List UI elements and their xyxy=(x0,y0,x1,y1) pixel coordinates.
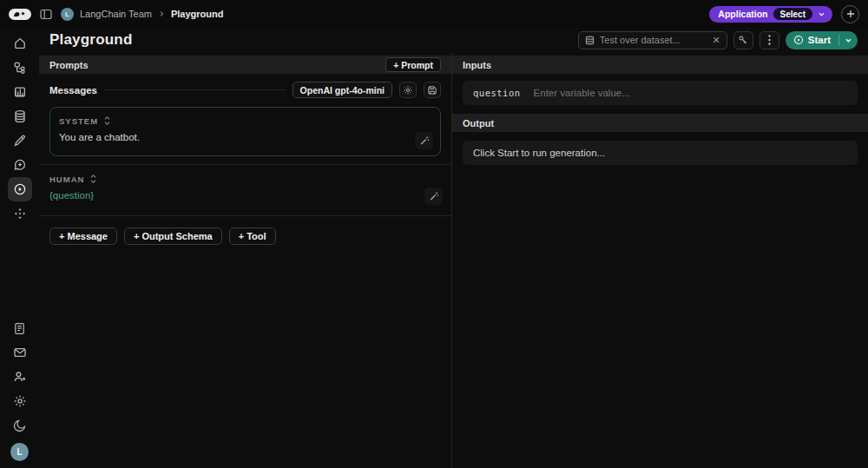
model-settings-button[interactable] xyxy=(399,82,417,98)
variable-name: question xyxy=(473,88,521,98)
human-message-card[interactable]: HUMAN {question} xyxy=(39,164,451,216)
top-bar: L LangChain Team Playground Application … xyxy=(0,0,868,28)
sidebar-item-mail[interactable] xyxy=(8,340,32,365)
sidebar-item-tracing[interactable] xyxy=(8,56,32,80)
improve-prompt-button[interactable] xyxy=(424,188,443,205)
top-bar-left: L LangChain Team Playground xyxy=(9,7,223,21)
magic-wand-icon xyxy=(419,135,430,146)
page-title: Playground xyxy=(49,31,133,49)
breadcrumb: L LangChain Team Playground xyxy=(61,8,223,21)
io-pane: Inputs question Output Click Start to ru… xyxy=(452,52,868,468)
langsmith-logo[interactable] xyxy=(9,9,31,20)
breadcrumb-page: Playground xyxy=(171,9,224,19)
system-role-label[interactable]: SYSTEM xyxy=(59,116,98,126)
add-workspace-button[interactable] xyxy=(841,5,859,23)
mail-icon xyxy=(13,346,27,359)
gear-icon xyxy=(403,85,413,96)
prompts-pane: Prompts + Prompt Messages OpenAI gpt-4o-… xyxy=(39,52,452,468)
system-message-card[interactable]: SYSTEM You are a chatbot. xyxy=(49,107,441,156)
play-icon xyxy=(793,35,804,45)
more-options-button[interactable] xyxy=(760,31,779,49)
prompts-header-title: Prompts xyxy=(49,60,89,70)
dataset-input[interactable] xyxy=(600,35,707,45)
sidebar-item-deployments[interactable] xyxy=(8,201,32,226)
messages-toolbar: Messages OpenAI gpt-4o-mini xyxy=(49,82,441,98)
output-placeholder-row: Click Start to run generation... xyxy=(463,141,858,165)
playground-toolbar: ✕ xyxy=(578,31,858,49)
sidebar-item-annotation[interactable] xyxy=(8,129,32,153)
system-message-text[interactable]: You are a chatbot. xyxy=(59,132,431,142)
output-placeholder-text: Click Start to run generation... xyxy=(473,148,605,158)
clear-dataset-icon[interactable]: ✕ xyxy=(713,36,720,45)
app-root: L LangChain Team Playground Application … xyxy=(0,0,868,468)
sidebar-item-theme-toggle[interactable] xyxy=(8,413,32,438)
inputs-header-title: Inputs xyxy=(463,60,491,70)
add-prompt-button[interactable]: + Prompt xyxy=(385,57,441,72)
input-variable-row: question xyxy=(463,81,858,105)
sidebar-item-playground[interactable] xyxy=(8,177,32,201)
variable-value-input[interactable] xyxy=(534,88,847,98)
save-prompt-button[interactable] xyxy=(424,82,441,98)
database-icon xyxy=(13,109,27,123)
user-plus-icon xyxy=(13,370,27,384)
langgraph-icon xyxy=(13,207,27,221)
start-options-button[interactable] xyxy=(839,31,858,49)
home-icon xyxy=(13,36,27,50)
sidebar-toggle-icon[interactable] xyxy=(39,7,53,21)
parrot-wrench-icon xyxy=(12,10,28,18)
sidebar-item-feedback[interactable] xyxy=(8,153,32,177)
add-tool-button[interactable]: + Tool xyxy=(229,227,276,245)
human-role-label[interactable]: HUMAN xyxy=(49,175,84,184)
reorder-updown-icon[interactable] xyxy=(89,174,97,184)
sidebar-item-docs[interactable] xyxy=(8,316,32,340)
secrets-button[interactable] xyxy=(733,31,753,49)
bar-chart-icon xyxy=(13,85,27,99)
improve-prompt-button[interactable] xyxy=(415,132,433,149)
user-avatar[interactable]: L xyxy=(10,443,29,461)
dataset-icon xyxy=(585,36,595,45)
application-selector[interactable]: Application Select xyxy=(709,6,832,23)
sidebar-item-datasets[interactable] xyxy=(8,104,32,129)
human-role-row: HUMAN xyxy=(49,174,441,184)
sidebar-item-monitoring[interactable] xyxy=(8,80,32,104)
pen-icon xyxy=(13,134,27,148)
play-circle-icon xyxy=(13,182,27,196)
chevron-right-icon xyxy=(158,10,165,17)
kebab-menu-icon xyxy=(768,35,771,45)
human-message-text[interactable]: {question} xyxy=(49,190,441,201)
add-message-button[interactable]: + Message xyxy=(49,227,117,245)
dataset-select[interactable]: ✕ xyxy=(578,31,727,49)
application-label: Application xyxy=(718,9,767,19)
messages-label: Messages xyxy=(49,85,97,96)
output-header: Output xyxy=(452,114,868,132)
magic-wand-icon xyxy=(429,191,439,201)
application-select-value[interactable]: Select xyxy=(773,8,812,20)
main-content: Playground ✕ xyxy=(39,28,868,468)
output-header-title: Output xyxy=(463,118,494,129)
plus-icon xyxy=(846,10,855,18)
sidebar-item-home[interactable] xyxy=(8,31,32,56)
inputs-header: Inputs xyxy=(452,56,868,74)
sidebar-item-settings[interactable] xyxy=(8,389,32,413)
start-button-group: Start xyxy=(786,31,858,49)
start-button-label: Start xyxy=(808,35,831,45)
moon-icon xyxy=(13,419,27,432)
model-selector-button[interactable]: OpenAI gpt-4o-mini xyxy=(293,82,392,98)
document-icon xyxy=(13,322,26,335)
system-role-row: SYSTEM xyxy=(59,115,431,126)
page-header: Playground ✕ xyxy=(39,28,868,52)
save-icon xyxy=(427,85,437,96)
add-output-schema-button[interactable]: + Output Schema xyxy=(124,227,222,245)
message-actions: + Message + Output Schema + Tool xyxy=(49,227,441,245)
breadcrumb-team[interactable]: LangChain Team xyxy=(80,9,152,19)
trace-tree-icon xyxy=(13,61,27,75)
team-avatar[interactable]: L xyxy=(61,8,74,21)
key-icon xyxy=(738,35,748,45)
left-sidebar: L xyxy=(0,28,39,468)
reorder-updown-icon[interactable] xyxy=(103,115,111,126)
start-button[interactable]: Start xyxy=(786,31,838,49)
messages-divider xyxy=(104,89,286,90)
top-bar-right: Application Select xyxy=(709,5,859,23)
chevron-down-icon xyxy=(818,10,825,18)
sidebar-item-invite-user[interactable] xyxy=(8,365,32,389)
